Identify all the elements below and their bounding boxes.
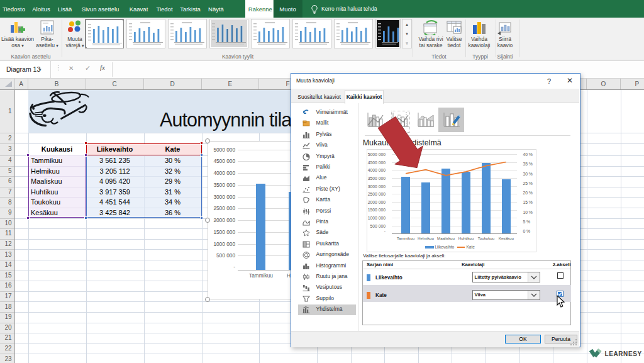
svg-text:LEARNESY: LEARNESY <box>605 350 642 357</box>
